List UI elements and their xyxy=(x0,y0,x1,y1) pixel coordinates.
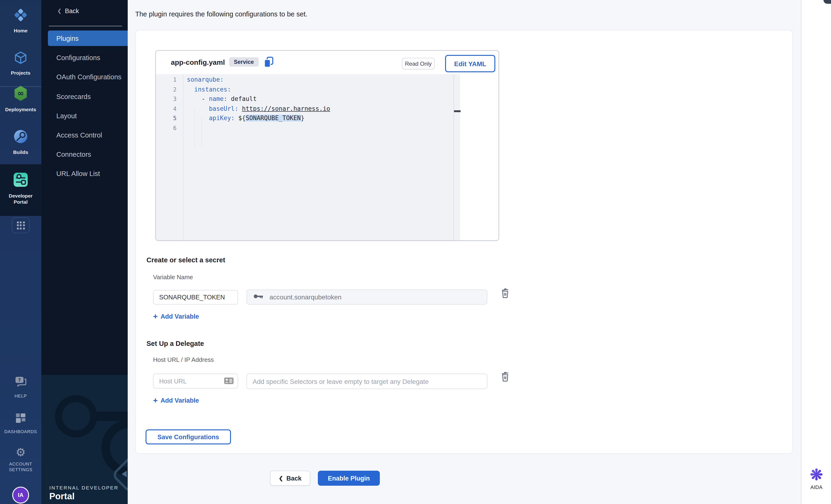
decorative-ring xyxy=(55,395,97,437)
variable-name-label: Variable Name xyxy=(153,274,193,280)
decorative-bar xyxy=(95,412,128,421)
projects-icon xyxy=(13,50,29,67)
editor-scrollbar[interactable] xyxy=(454,74,460,241)
enable-plugin-label: Enable Plugin xyxy=(328,475,370,482)
read-only-pill: Read Only xyxy=(402,58,435,69)
code-line-3: - name: default xyxy=(187,94,450,104)
subnav-item-url-allow-list[interactable]: URL Allow List xyxy=(41,166,128,181)
home-icon xyxy=(12,6,29,25)
read-only-label: Read Only xyxy=(405,60,431,67)
module-sidebar: Home Projects ∞ xyxy=(0,0,41,504)
code-line-6 xyxy=(187,123,450,133)
aida-assistant-button[interactable]: ❋ AIDA xyxy=(801,467,831,490)
add-variable-button[interactable]: + Add Variable xyxy=(153,313,199,320)
sidebar-item-deployments[interactable]: ∞ Deployments xyxy=(0,85,41,112)
aida-flower-icon: ❋ xyxy=(801,467,831,483)
subnav-item-connectors[interactable]: Connectors xyxy=(41,146,128,162)
sidebar-item-label: Developer Portal xyxy=(6,193,35,205)
code-line-5: apiKey: ${SONARQUBE_TOKEN} xyxy=(187,114,450,123)
plus-icon: + xyxy=(153,313,158,320)
grid-icon xyxy=(17,221,25,229)
sidebar-item-label: Home xyxy=(14,28,27,34)
app-root: Home Projects ∞ xyxy=(0,0,831,504)
subnav-item-layout[interactable]: Layout xyxy=(41,108,128,123)
dashboards-icon xyxy=(15,412,27,426)
delegate-selectors-input[interactable] xyxy=(247,374,487,389)
key-icon xyxy=(254,293,265,301)
yaml-filename: app-config.yaml xyxy=(171,58,225,66)
yaml-code: sonarqube: instances: - name: default ba… xyxy=(187,75,450,133)
deployments-icon: ∞ xyxy=(12,85,30,104)
code-area[interactable]: 1 2 3 4 5 6 sonarqube: instances: - name… xyxy=(156,74,498,241)
back-button[interactable]: ❮ Back xyxy=(270,471,310,486)
subnav-item-plugins[interactable]: Plugins xyxy=(48,30,128,46)
subnav-divider xyxy=(49,26,122,26)
save-configurations-button[interactable]: Save Configurations xyxy=(146,429,231,444)
builds-icon xyxy=(12,128,29,147)
edit-yaml-button[interactable]: Edit YAML xyxy=(445,55,495,72)
user-avatar[interactable]: IA xyxy=(12,486,29,504)
subnav-item-label: URL Allow List xyxy=(56,170,100,177)
yaml-editor-panel: app-config.yaml Service Read Only Edit Y… xyxy=(155,50,499,241)
delete-variable-button[interactable] xyxy=(500,288,510,298)
variable-name-input[interactable] xyxy=(153,290,238,304)
scrollbar-annotation xyxy=(454,110,461,112)
brand-kicker: INTERNAL DEVELOPER xyxy=(49,485,119,491)
subnav-item-label: OAuth Configurations xyxy=(56,73,121,81)
svg-text:∞: ∞ xyxy=(18,88,24,98)
service-badge: Service xyxy=(229,57,258,67)
sidebar-item-label: ACCOUNT SETTINGS xyxy=(6,461,35,473)
line-numbers: 1 2 3 4 5 6 xyxy=(156,75,182,133)
delete-delegate-row-button[interactable] xyxy=(500,371,510,382)
copy-icon[interactable] xyxy=(263,56,275,71)
right-rail: ❋ AIDA xyxy=(801,0,831,504)
add-delegate-variable-button[interactable]: + Add Variable xyxy=(153,397,199,404)
subnav-item-label: Scorecards xyxy=(56,93,91,100)
sidebar-item-label: Deployments xyxy=(5,107,36,112)
sidebar-item-builds[interactable]: Builds xyxy=(0,128,41,155)
aida-label: AIDA xyxy=(801,484,831,490)
enable-plugin-button[interactable]: Enable Plugin xyxy=(318,471,380,486)
sidebar-item-account-settings[interactable]: ⚙ ACCOUNT SETTINGS xyxy=(0,446,41,473)
edit-yaml-label: Edit YAML xyxy=(454,60,486,67)
sidebar-item-projects[interactable]: Projects xyxy=(0,50,41,76)
back-nav-button[interactable]: ❮ Back xyxy=(57,7,79,14)
idp-brand-panel: INTERNAL DEVELOPER Portal xyxy=(41,375,128,504)
avatar-initials: IA xyxy=(18,492,24,498)
plugin-config-card: app-config.yaml Service Read Only Edit Y… xyxy=(135,30,793,454)
subnav-item-access-control[interactable]: Access Control xyxy=(41,127,128,143)
sidebar-item-developer-portal[interactable]: Developer Portal xyxy=(0,171,41,205)
help-chat-icon: ? xyxy=(13,376,28,390)
page-intro-text: The plugin requires the following config… xyxy=(135,10,308,18)
subnav-item-label: Connectors xyxy=(56,150,91,158)
code-line-4: baseUrl: https://sonar.harness.io xyxy=(187,104,450,114)
sidebar-item-dashboards[interactable]: DASHBOARDS xyxy=(0,412,41,435)
save-configurations-label: Save Configurations xyxy=(157,434,219,440)
add-variable-label: Add Variable xyxy=(161,397,199,404)
gutter-separator xyxy=(183,74,183,241)
brand-title: Portal xyxy=(49,491,75,502)
module-switcher-button[interactable] xyxy=(12,217,30,233)
secret-section-title: Create or select a secret xyxy=(146,256,225,264)
gear-icon: ⚙ xyxy=(16,446,26,458)
back-label: Back xyxy=(65,7,79,14)
subnav-item-configurations[interactable]: Configurations xyxy=(41,50,128,65)
developer-portal-icon xyxy=(12,171,30,190)
settings-sidebar: ❮ Back Plugins Configurations OAuth Conf… xyxy=(41,0,128,504)
sidebar-item-help[interactable]: ? HELP xyxy=(0,376,41,399)
code-line-2: instances: xyxy=(187,85,450,94)
secret-reference-field[interactable]: account.sonarqubetoken xyxy=(247,290,487,304)
sidebar-item-home[interactable]: Home xyxy=(0,6,41,34)
subnav-item-scorecards[interactable]: Scorecards xyxy=(41,89,128,104)
subnav-item-oauth-configurations[interactable]: OAuth Configurations xyxy=(41,69,128,85)
sidebar-item-label: Projects xyxy=(11,70,30,76)
back-button-label: Back xyxy=(286,475,302,482)
host-url-label: Host URL / IP Address xyxy=(153,356,214,363)
corner-accent xyxy=(824,0,831,4)
id-card-icon xyxy=(224,377,234,386)
decorative-triangle xyxy=(122,471,127,477)
plus-icon: + xyxy=(153,397,158,404)
subnav-item-label: Configurations xyxy=(56,54,100,61)
yaml-editor-header: app-config.yaml Service Read Only Edit Y… xyxy=(156,51,499,74)
chevron-left-icon: ❮ xyxy=(57,8,61,14)
